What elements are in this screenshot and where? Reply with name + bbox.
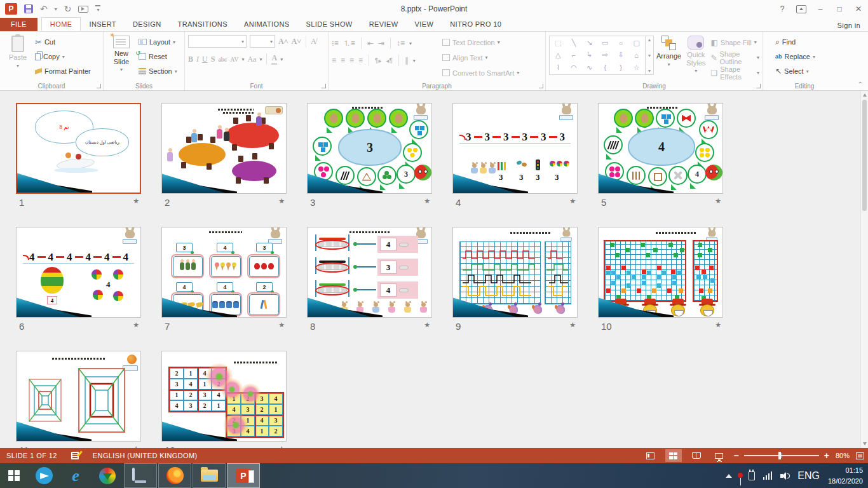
- font-size-combo[interactable]: ▾: [250, 35, 275, 48]
- slide-thumbnail-5[interactable]: 4 4: [598, 103, 723, 194]
- close-icon[interactable]: ✕: [849, 4, 868, 13]
- reading-view-button[interactable]: [688, 449, 705, 462]
- section-button[interactable]: Section▾: [139, 65, 177, 78]
- taskbar-item-telegram[interactable]: [28, 463, 60, 488]
- tab-view[interactable]: VIEW: [406, 18, 442, 31]
- scroll-down-icon[interactable]: [863, 442, 867, 445]
- quick-styles-button[interactable]: Quick Styles ▾: [684, 34, 708, 80]
- justify-icon[interactable]: ≡: [358, 56, 363, 65]
- slide-thumbnail-2[interactable]: [161, 103, 287, 194]
- align-right-icon[interactable]: ≡: [349, 56, 354, 65]
- align-text-button[interactable]: Align Text▾: [442, 51, 519, 64]
- shape-outline-button[interactable]: ✎Shape Outline▾: [710, 51, 759, 64]
- slide-thumbnail-8[interactable]: 4 3 4: [307, 227, 432, 318]
- zoom-thumb[interactable]: [778, 452, 781, 459]
- increase-indent-icon[interactable]: ⇥: [378, 39, 384, 48]
- zoom-in-button[interactable]: +: [824, 451, 829, 461]
- slide-thumbnail-12[interactable]: 214 3412 1234 4321 1234 4321 2143 3412: [161, 351, 287, 442]
- clear-formatting-icon[interactable]: A̸: [311, 37, 316, 46]
- slide-thumbnail-9[interactable]: [452, 227, 578, 318]
- tab-nitro-pro[interactable]: NITRO PRO 10: [442, 18, 510, 31]
- maximize-icon[interactable]: □: [830, 4, 849, 13]
- shapes-more-icon[interactable]: ▼: [648, 69, 652, 73]
- cut-button[interactable]: ✂Cut: [35, 36, 91, 48]
- shapes-gallery-scrollbar[interactable]: ▲ ▼ ▼: [646, 36, 654, 75]
- new-slide-button[interactable]: New Slide ▾: [107, 34, 136, 80]
- vertical-scrollbar[interactable]: [860, 91, 868, 448]
- shapes-gallery[interactable]: ⬚╲↘▭○▢ △⌐↳⇨⇩⌂ ⌇◠∿{}☆: [549, 36, 646, 75]
- slide-thumbnail-4[interactable]: 3 3 3 3 3 3 3: [452, 103, 578, 194]
- bold-button[interactable]: B: [188, 55, 193, 64]
- undo-dropdown-icon[interactable]: ▾: [55, 6, 57, 12]
- tray-expand-icon[interactable]: [726, 474, 732, 478]
- underline-button[interactable]: U: [202, 55, 208, 64]
- customize-qat-icon[interactable]: ▾: [95, 5, 100, 13]
- tab-transitions[interactable]: TRANSITIONS: [170, 18, 236, 31]
- clock[interactable]: 01:15 18/02/2020: [828, 465, 863, 486]
- numbering-icon[interactable]: ⒈≡: [343, 38, 355, 49]
- clipboard-dialog-launcher-icon[interactable]: [97, 84, 101, 88]
- paragraph-dialog-launcher-icon[interactable]: [539, 84, 543, 88]
- line-spacing-icon[interactable]: ↕≡: [397, 39, 405, 48]
- tab-slide-show[interactable]: SLIDE SHOW: [298, 18, 361, 31]
- taskbar-item-internet-explorer[interactable]: e: [60, 463, 92, 488]
- tab-animations[interactable]: ANIMATIONS: [236, 18, 298, 31]
- taskbar-item-firefox[interactable]: [158, 463, 191, 488]
- language-abbreviation[interactable]: ENG: [797, 470, 820, 482]
- text-direction-button[interactable]: Text Direction▾: [442, 36, 519, 49]
- shape-fill-button[interactable]: ◧Shape Fill▾: [710, 36, 759, 49]
- start-slideshow-icon[interactable]: [78, 6, 88, 13]
- undo-icon[interactable]: ↶: [40, 4, 48, 13]
- change-case-button[interactable]: Aa: [247, 55, 256, 64]
- start-button[interactable]: [0, 463, 28, 488]
- taskbar-item-remote-desktop[interactable]: [124, 463, 157, 488]
- slide-thumbnail-1[interactable]: تم 8 ریاضی اول دبستان: [16, 103, 141, 194]
- slide-thumbnail-7[interactable]: 3 4 3 4 4 2: [161, 227, 287, 318]
- character-spacing-button[interactable]: AV: [230, 56, 238, 63]
- font-dialog-launcher-icon[interactable]: [322, 84, 326, 88]
- paste-button[interactable]: Paste ▾: [3, 34, 32, 80]
- tab-insert[interactable]: INSERT: [81, 18, 125, 31]
- spell-check-icon[interactable]: [71, 452, 79, 459]
- grow-font-icon[interactable]: A˄: [278, 37, 288, 46]
- tab-file[interactable]: FILE: [0, 18, 37, 31]
- shrink-font-icon[interactable]: A˅: [292, 37, 302, 46]
- reset-button[interactable]: Reset: [139, 50, 177, 63]
- zoom-out-button[interactable]: −: [734, 451, 739, 461]
- zoom-slider[interactable]: − +: [734, 451, 829, 461]
- powerpoint-app-icon[interactable]: P: [5, 3, 17, 15]
- shapes-scroll-down-icon[interactable]: ▼: [648, 53, 652, 58]
- tab-review[interactable]: REVIEW: [361, 18, 407, 31]
- redo-icon[interactable]: ↻: [64, 4, 72, 13]
- slide-sorter-view-button[interactable]: [665, 449, 682, 462]
- italic-button[interactable]: I: [196, 55, 199, 64]
- align-center-icon[interactable]: ≡: [341, 56, 345, 65]
- tab-home[interactable]: HOME: [41, 17, 81, 31]
- ribbon-display-options-icon[interactable]: [796, 5, 806, 13]
- rtl-direction-icon[interactable]: ◂¶: [386, 57, 392, 64]
- convert-smartart-button[interactable]: Convert to SmartArt▾: [442, 66, 519, 79]
- select-button[interactable]: ↖Select▾: [775, 65, 815, 78]
- slide-thumbnail-11[interactable]: [16, 351, 141, 442]
- strikethrough-button[interactable]: abc: [218, 56, 227, 63]
- slide-thumbnail-10[interactable]: [598, 227, 723, 318]
- slideshow-view-button[interactable]: [711, 449, 728, 462]
- power-plug-icon[interactable]: [749, 471, 755, 480]
- language-indicator[interactable]: ENGLISH (UNITED KINGDOM): [93, 452, 198, 459]
- arrange-button[interactable]: Arrange ▾: [656, 34, 681, 80]
- sign-in-link[interactable]: Sign in: [837, 22, 860, 29]
- copy-button[interactable]: Copy▾: [35, 50, 91, 63]
- layout-button[interactable]: Layout▾: [139, 36, 177, 48]
- font-name-combo[interactable]: ▾: [188, 35, 247, 48]
- columns-icon[interactable]: ∥: [405, 56, 409, 65]
- find-button[interactable]: ⌕Find: [775, 36, 815, 48]
- taskbar-item-idm[interactable]: [92, 463, 123, 488]
- normal-view-button[interactable]: [642, 449, 659, 462]
- zoom-track[interactable]: [744, 455, 819, 456]
- ltr-direction-icon[interactable]: ¶▸: [375, 57, 381, 64]
- format-painter-button[interactable]: Format Painter: [35, 65, 91, 78]
- taskbar-item-file-explorer[interactable]: [193, 463, 226, 488]
- zoom-percentage[interactable]: 80%: [836, 452, 850, 459]
- shape-effects-button[interactable]: ❑Shape Effects▾: [710, 66, 759, 79]
- fit-slide-to-window-icon[interactable]: [856, 452, 864, 459]
